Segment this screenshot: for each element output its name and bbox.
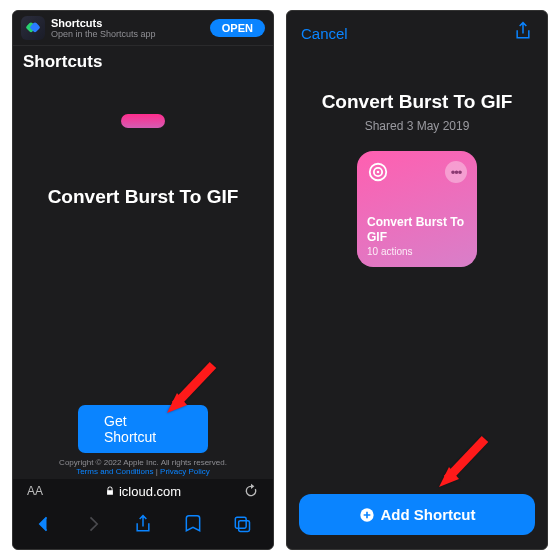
shortcut-card[interactable]: ••• Convert Burst To GIF 10 actions xyxy=(357,151,477,267)
share-button[interactable] xyxy=(513,21,533,45)
copyright-text: Copyright © 2022 Apple Inc. All rights r… xyxy=(13,458,273,467)
url-bar[interactable]: AA icloud.com xyxy=(13,479,273,499)
target-icon xyxy=(367,161,389,183)
cancel-button[interactable]: Cancel xyxy=(301,25,348,42)
page-header: Shortcuts xyxy=(13,46,273,78)
url-domain: icloud.com xyxy=(105,484,181,499)
left-screenshot: Shortcuts Open in the Shortcuts app OPEN… xyxy=(12,10,274,550)
shortcut-color-pill xyxy=(121,114,165,128)
shortcuts-app-icon xyxy=(21,16,45,40)
card-subtitle: 10 actions xyxy=(367,246,467,257)
tabs-icon[interactable] xyxy=(232,514,252,534)
shortcut-title: Convert Burst To GIF xyxy=(48,186,239,208)
safari-toolbar: AA icloud.com xyxy=(13,479,273,549)
right-content: Convert Burst To GIF Shared 3 May 2019 •… xyxy=(287,55,547,549)
svg-rect-3 xyxy=(239,521,250,532)
page-title: Shortcuts xyxy=(23,52,263,72)
banner-app-subtitle: Open in the Shortcuts app xyxy=(51,29,210,39)
add-shortcut-button[interactable]: Add Shortcut xyxy=(299,494,535,535)
svg-point-6 xyxy=(377,171,380,174)
back-icon[interactable] xyxy=(34,514,54,534)
add-shortcut-label: Add Shortcut xyxy=(381,506,476,523)
annotation-arrow xyxy=(435,435,495,499)
more-icon[interactable]: ••• xyxy=(445,161,467,183)
banner-text: Shortcuts Open in the Shortcuts app xyxy=(51,17,210,39)
terms-link[interactable]: Terms and Conditions xyxy=(76,467,153,476)
privacy-link[interactable]: Privacy Policy xyxy=(160,467,210,476)
get-shortcut-button[interactable]: Get Shortcut xyxy=(78,405,208,453)
text-size-button[interactable]: AA xyxy=(27,484,43,498)
legal-footer: Copyright © 2022 Apple Inc. All rights r… xyxy=(13,458,273,479)
lock-icon xyxy=(105,486,115,496)
svg-rect-2 xyxy=(236,517,247,528)
modal-header: Cancel xyxy=(287,11,547,55)
app-store-banner: Shortcuts Open in the Shortcuts app OPEN xyxy=(13,11,273,46)
card-title: Convert Burst To GIF xyxy=(367,215,467,244)
bookmarks-icon[interactable] xyxy=(183,514,203,534)
open-button[interactable]: OPEN xyxy=(210,19,265,37)
right-screenshot: Cancel Convert Burst To GIF Shared 3 May… xyxy=(286,10,548,550)
safari-nav-row xyxy=(13,499,273,549)
shortcut-title: Convert Burst To GIF xyxy=(322,91,513,113)
banner-app-title: Shortcuts xyxy=(51,17,210,29)
shared-date: Shared 3 May 2019 xyxy=(365,119,470,133)
left-content: Convert Burst To GIF Get Shortcut Copyri… xyxy=(13,78,273,479)
reload-icon[interactable] xyxy=(243,483,259,499)
forward-icon xyxy=(83,514,103,534)
plus-circle-icon xyxy=(359,507,375,523)
share-icon[interactable] xyxy=(133,514,153,534)
